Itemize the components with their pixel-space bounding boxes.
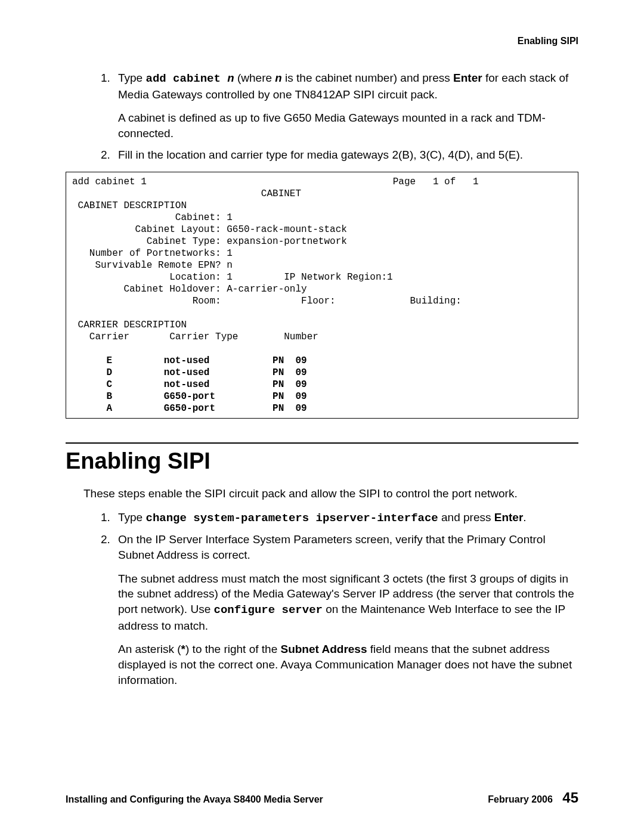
step-1: Type add cabinet n (where n is the cabin… — [113, 70, 578, 141]
s2s2-p3b: ) to the right of the — [185, 643, 280, 655]
footer-left: Installing and Configuring the Avaya S84… — [66, 794, 323, 805]
s2s2-p3a: An asterisk ( — [118, 643, 181, 655]
s2s2-p2: The subnet address must match the most s… — [118, 571, 578, 634]
step1-pre: Type — [118, 72, 145, 84]
s2s1-enter: Enter — [494, 511, 524, 524]
s2s2-p3bold: Subnet Address — [280, 643, 367, 655]
running-header: Enabling SIPI — [66, 36, 578, 47]
footer-right: February 2006 45 — [488, 789, 578, 806]
steps-list-2: Type change system-parameters ipserver-i… — [98, 510, 578, 688]
s2s1-tail: . — [523, 511, 526, 524]
s2s2-p1: On the IP Server Interface System Parame… — [118, 533, 546, 561]
steps-list-1: Type add cabinet n (where n is the cabin… — [98, 70, 578, 162]
s2-step-2: On the IP Server Interface System Parame… — [113, 532, 578, 688]
step1-mid: (where — [234, 72, 275, 84]
s2s2-p3ast: * — [181, 643, 185, 655]
s2s1-pre: Type — [118, 511, 145, 524]
page-footer: Installing and Configuring the Avaya S84… — [66, 789, 578, 806]
step1-cmd: add cabinet — [145, 72, 227, 85]
s2s1-mid: and press — [438, 511, 494, 524]
step1-n2: n — [275, 72, 281, 85]
section-rule — [66, 442, 578, 444]
footer-date: February 2006 — [488, 794, 553, 804]
section-intro: These steps enable the SIPI circuit pack… — [83, 486, 578, 501]
page: Enabling SIPI Type add cabinet n (where … — [0, 0, 644, 833]
terminal-screen: add cabinet 1 Page 1 of 1 CABINET CABINE… — [66, 172, 578, 419]
s2s1-cmd: change system-parameters ipserver-interf… — [145, 512, 438, 525]
s2s2-p3: An asterisk (*) to the right of the Subn… — [118, 642, 578, 688]
step1-n: n — [227, 72, 234, 85]
step1-para2: A cabinet is defined as up to five G650 … — [118, 110, 578, 141]
s2s2-p2cmd: configure server — [214, 603, 323, 617]
step-2: Fill in the location and carrier type fo… — [113, 147, 578, 163]
section-heading: Enabling SIPI — [66, 448, 578, 474]
step1-enter: Enter — [453, 72, 482, 84]
footer-pagenum: 45 — [562, 789, 578, 806]
step1-mid2: is the cabinet number) and press — [282, 72, 453, 84]
s2-step-1: Type change system-parameters ipserver-i… — [113, 510, 578, 527]
